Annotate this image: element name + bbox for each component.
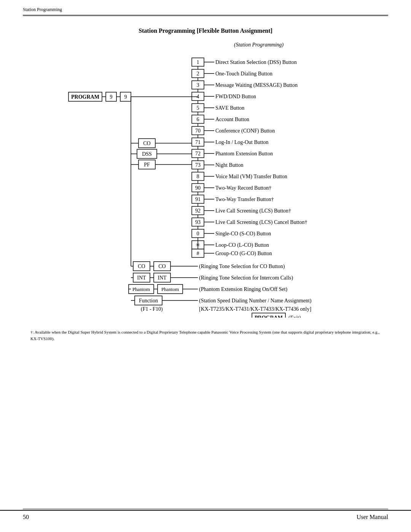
- svg-text:(Ringing Tone Selection for CO: (Ringing Tone Selection for CO Button): [199, 264, 285, 270]
- svg-text:CO: CO: [158, 264, 166, 269]
- svg-text:3: 3: [197, 82, 199, 88]
- svg-text:Conference (CONF) Button: Conference (CONF) Button: [215, 128, 275, 134]
- svg-text:[KX-T7235/KX-T7431/KX-T7433/KX: [KX-T7235/KX-T7431/KX-T7433/KX-T7436 onl…: [199, 306, 311, 312]
- footnote-text: †: Available when the Digital Super Hybr…: [30, 330, 379, 341]
- svg-text:(Ringing Tone Selection for In: (Ringing Tone Selection for Intercom Cal…: [199, 275, 293, 281]
- svg-text:Message Waiting (MESSAGE) Butt: Message Waiting (MESSAGE) Button: [215, 82, 298, 88]
- svg-text:Phantom: Phantom: [161, 286, 179, 292]
- svg-text:5: 5: [197, 105, 199, 111]
- manual-title: User Manual: [357, 514, 388, 521]
- header-text: Station Programming: [23, 7, 62, 12]
- svg-text:INT: INT: [137, 275, 146, 281]
- svg-text:93: 93: [195, 219, 201, 225]
- page-content: Station Programming [Flexible Button Ass…: [0, 16, 411, 353]
- svg-text:6: 6: [197, 117, 199, 122]
- svg-text:(F1 - F10): (F1 - F10): [141, 306, 163, 312]
- svg-text:Phantom Extension Button: Phantom Extension Button: [215, 151, 273, 157]
- svg-text:Group-CO (G-CO) Button: Group-CO (G-CO) Button: [215, 251, 272, 257]
- svg-text:Account Button: Account Button: [215, 117, 249, 122]
- svg-text:(Station Speed Dialing Number : (Station Speed Dialing Number / Name Ass…: [199, 298, 312, 304]
- svg-text:0: 0: [197, 231, 199, 236]
- svg-text:Phantom: Phantom: [132, 286, 150, 292]
- svg-text:Function: Function: [139, 298, 158, 304]
- svg-text:Live Call Screening (LCS) Butt: Live Call Screening (LCS) Button†: [215, 208, 291, 214]
- svg-text:Voice Mail (VM) Transfer Butto: Voice Mail (VM) Transfer Button: [215, 174, 287, 180]
- footnote: †: Available when the Digital Super Hybr…: [30, 329, 381, 342]
- svg-text:PF: PF: [144, 162, 150, 168]
- svg-text:PROGRAM: PROGRAM: [71, 94, 99, 100]
- svg-text:Loop-CO (L-CO) Button: Loop-CO (L-CO) Button: [215, 242, 269, 248]
- svg-text:One-Touch Dialing Button: One-Touch Dialing Button: [215, 71, 272, 77]
- diagram-subtitle: (Station Programming): [164, 42, 354, 48]
- footer-rule: [23, 509, 388, 509]
- svg-text:90: 90: [195, 185, 201, 191]
- svg-text:Night Button: Night Button: [215, 162, 244, 168]
- svg-text:DSS: DSS: [142, 151, 152, 157]
- svg-text:71: 71: [195, 139, 201, 145]
- svg-text:Two-Way Transfer Button†: Two-Way Transfer Button†: [215, 197, 274, 202]
- svg-text:Two-Way Record Button†: Two-Way Record Button†: [215, 185, 271, 191]
- svg-text:73: 73: [195, 162, 201, 168]
- page-number: 50: [23, 514, 29, 521]
- svg-text:70: 70: [195, 128, 201, 134]
- svg-text:INT: INT: [158, 275, 167, 281]
- page-footer: 50 User Manual: [0, 510, 411, 521]
- page-header: Station Programming: [0, 0, 411, 15]
- svg-text:2: 2: [197, 71, 199, 77]
- svg-text:SAVE Button: SAVE Button: [215, 105, 244, 111]
- svg-text:(Exit): (Exit): [288, 315, 301, 318]
- section-title: Station Programming [Flexible Button Ass…: [30, 27, 381, 34]
- svg-text:Live Call Screening (LCS) Canc: Live Call Screening (LCS) Cancel Button†: [215, 219, 307, 225]
- svg-text:72: 72: [195, 151, 201, 157]
- svg-text:Single-CO (S-CO) Button: Single-CO (S-CO) Button: [215, 231, 271, 237]
- svg-text:9: 9: [124, 94, 127, 100]
- svg-text:91: 91: [195, 197, 201, 202]
- svg-text:Log-In / Log-Out Button: Log-In / Log-Out Button: [215, 139, 269, 145]
- svg-text:1: 1: [197, 59, 199, 65]
- svg-text:FWD/DND Button: FWD/DND Button: [215, 94, 256, 99]
- diagram-container: (Station Programming) 1 Direct Station S…: [57, 42, 354, 318]
- svg-text:92: 92: [195, 208, 201, 214]
- svg-text:CO: CO: [138, 264, 145, 269]
- svg-text:(Phantom Extension Ringing On/: (Phantom Extension Ringing On/Off Set): [199, 286, 288, 292]
- svg-text:Direct Station Selection (DSS): Direct Station Selection (DSS) Button: [215, 59, 297, 66]
- svg-text:#: #: [197, 251, 199, 256]
- svg-text:CO: CO: [143, 141, 150, 146]
- diagram-svg: 1 Direct Station Selection (DSS) Button …: [57, 51, 354, 318]
- svg-text:PROGRAM: PROGRAM: [255, 315, 283, 318]
- svg-text:8: 8: [197, 174, 199, 179]
- svg-text:9: 9: [110, 94, 113, 100]
